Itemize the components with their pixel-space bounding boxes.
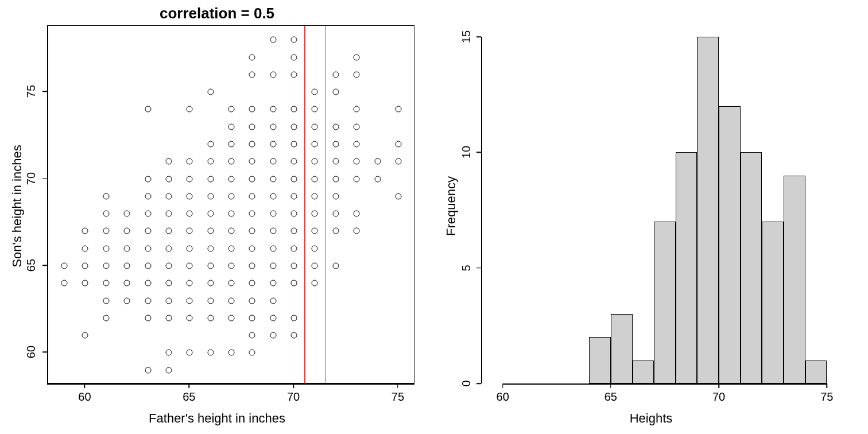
hist-xlabel: Heights (434, 411, 868, 426)
scatter-point (332, 71, 339, 78)
y-tick-label: 5 (460, 265, 473, 271)
hist-plot-area (481, 25, 848, 383)
scatter-point (249, 332, 255, 339)
scatter-point (82, 263, 88, 269)
hist-y-axis-line (481, 37, 482, 383)
scatter-point (82, 245, 88, 251)
scatter-point (249, 158, 255, 165)
x-tick-label: 75 (392, 390, 404, 404)
scatter-point (103, 228, 109, 234)
scatter-point (228, 141, 235, 147)
y-tick-label: 70 (25, 172, 38, 184)
scatter-point (165, 176, 172, 182)
y-tick-mark (42, 352, 47, 353)
scatter-point (249, 123, 255, 130)
scatter-point (145, 280, 151, 286)
scatter-point (291, 315, 297, 321)
scatter-point (249, 54, 255, 60)
y-tick-mark (476, 383, 481, 384)
scatter-point (270, 332, 276, 339)
scatter-point (395, 106, 401, 113)
x-tick-mark (827, 383, 828, 388)
scatter-point (249, 193, 255, 199)
scatter-point (354, 141, 360, 147)
scatter-point (291, 245, 297, 251)
x-tick-mark (610, 383, 611, 388)
scatter-point (124, 211, 130, 217)
scatter-point (249, 141, 255, 147)
scatter-point (249, 245, 255, 251)
scatter-point (312, 263, 318, 269)
y-tick-label: 65 (25, 259, 38, 272)
scatter-point (312, 280, 318, 286)
scatter-point (61, 263, 68, 269)
scatter-point (312, 123, 318, 130)
scatter-point (332, 158, 339, 165)
scatter-point (291, 141, 297, 147)
y-tick-mark (42, 265, 47, 266)
scatter-point (187, 193, 193, 199)
y-tick-mark (476, 152, 481, 153)
scatter-point (228, 350, 235, 356)
scatter-point (291, 106, 297, 113)
scatter-point (145, 245, 151, 251)
hist-bar (784, 176, 805, 383)
scatter-point (207, 245, 214, 251)
hist-panel: 60657075 051015 Heights Frequency (434, 0, 868, 434)
scatter-point (354, 123, 360, 130)
scatter-point (82, 228, 88, 234)
scatter-point (332, 211, 339, 217)
x-tick-mark (293, 383, 294, 388)
scatter-point (270, 141, 276, 147)
scatter-point (270, 263, 276, 269)
scatter-point (228, 211, 235, 217)
scatter-point (103, 211, 109, 217)
scatter-point (249, 280, 255, 286)
scatter-point (332, 89, 339, 95)
scatter-point (165, 245, 172, 251)
x-tick-mark (502, 383, 503, 388)
scatter-point (187, 280, 193, 286)
scatter-point (332, 141, 339, 147)
x-tick-mark (84, 383, 86, 388)
scatter-point (228, 228, 235, 234)
scatter-point (165, 228, 172, 234)
scatter-point (354, 54, 360, 60)
x-tick-mark (718, 383, 719, 388)
scatter-point (332, 193, 339, 199)
scatter-point (228, 263, 235, 269)
hist-bar (589, 337, 611, 383)
scatter-point (291, 54, 297, 60)
hist-bar (654, 222, 676, 383)
scatter-point (291, 37, 297, 43)
x-tick-mark (397, 383, 398, 388)
hist-bar (719, 106, 741, 383)
scatter-point (249, 211, 255, 217)
scatter-point (228, 297, 235, 304)
scatter-point (354, 228, 360, 234)
scatter-vline (326, 26, 327, 383)
scatter-point (207, 315, 214, 321)
scatter-point (228, 280, 235, 286)
scatter-point (270, 315, 276, 321)
y-tick-mark (42, 91, 47, 92)
scatter-point (270, 228, 276, 234)
scatter-point (312, 211, 318, 217)
scatter-point (270, 245, 276, 251)
scatter-point (207, 350, 214, 356)
scatter-point (103, 245, 109, 251)
hist-bar (611, 314, 633, 383)
scatter-point (228, 193, 235, 199)
scatter-point (228, 106, 235, 113)
scatter-point (145, 211, 151, 217)
scatter-point (165, 315, 172, 321)
scatter-point (103, 297, 109, 304)
scatter-point (207, 158, 214, 165)
scatter-point (312, 158, 318, 165)
scatter-point (228, 123, 235, 130)
scatter-point (312, 193, 318, 199)
scatter-point (103, 315, 109, 321)
scatter-point (207, 176, 214, 182)
scatter-point (270, 176, 276, 182)
x-tick-label: 60 (78, 390, 91, 404)
